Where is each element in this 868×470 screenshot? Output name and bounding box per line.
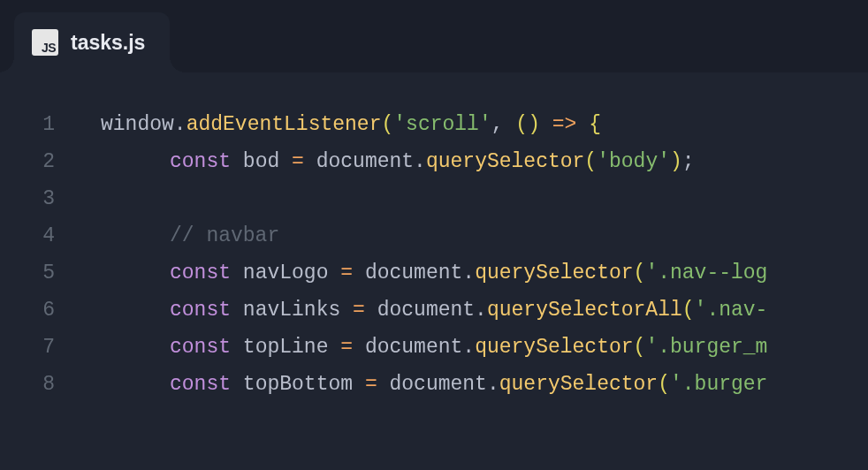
token-space [231, 150, 243, 173]
token-punct: . [462, 336, 475, 359]
token-variable: bod [243, 150, 279, 173]
code-line: const navLogo = document.querySelector('… [101, 254, 868, 292]
token-space [504, 113, 516, 136]
line-number: 7 [42, 329, 55, 366]
file-tab[interactable]: JS tasks.js [14, 12, 170, 72]
token-keyword: const [170, 150, 231, 173]
token-function: querySelector [475, 262, 633, 284]
token-space [231, 299, 243, 322]
token-string: '.burger [670, 373, 767, 396]
token-punct: ; [682, 150, 695, 173]
token-space [328, 262, 340, 284]
token-keyword: const [170, 262, 231, 284]
token-function: querySelectorAll [487, 299, 682, 322]
code-editor: JS tasks.js 1 2 3 4 5 6 7 8 window.addEv… [0, 0, 868, 470]
token-function: querySelector [426, 150, 584, 173]
token-paren: ( [682, 299, 695, 322]
token-paren: ( [658, 373, 670, 396]
token-punct: . [475, 299, 487, 322]
tab-bar: JS tasks.js [0, 0, 868, 72]
line-number: 4 [42, 217, 55, 254]
token-punct: . [487, 373, 499, 396]
token-object: document [390, 373, 487, 396]
token-space [279, 150, 292, 173]
token-space [328, 336, 340, 359]
token-paren: ( [381, 113, 393, 136]
token-space [365, 299, 377, 322]
token-operator: = [292, 150, 304, 173]
token-space [231, 336, 243, 359]
token-variable: topBottom [243, 373, 353, 396]
token-string: '.burger_m [645, 336, 767, 359]
token-operator: = [365, 373, 377, 396]
token-space [231, 262, 243, 284]
token-punct: . [462, 262, 475, 284]
token-variable: navLogo [243, 262, 329, 284]
token-keyword: const [170, 299, 231, 322]
code-line: // navbar [101, 217, 868, 254]
token-function: addEventListener [187, 113, 382, 136]
token-punct: . [414, 150, 426, 173]
code-line: const topLine = document.querySelector('… [101, 329, 868, 366]
token-string: '.nav--log [645, 262, 767, 284]
line-number: 5 [42, 254, 55, 292]
code-line: const navLinks = document.querySelectorA… [101, 292, 868, 329]
token-space [353, 262, 365, 284]
token-space [353, 373, 365, 396]
token-keyword: const [170, 336, 231, 359]
token-paren: ( [634, 262, 646, 284]
token-string: 'body' [597, 150, 670, 173]
token-string: 'scroll' [393, 113, 491, 136]
token-object: document [316, 150, 414, 173]
line-number: 2 [42, 143, 55, 180]
code-line: const topBottom = document.querySelector… [101, 366, 868, 403]
token-keyword: const [170, 373, 231, 396]
js-file-icon: JS [32, 29, 58, 56]
token-brace: { [589, 113, 601, 136]
code-line: const bod = document.querySelector('body… [101, 143, 868, 180]
token-space [353, 336, 365, 359]
token-space [231, 373, 243, 396]
token-punct: . [174, 113, 187, 136]
token-paren: ( [634, 336, 646, 359]
token-operator: => [552, 113, 577, 136]
code-area[interactable]: 1 2 3 4 5 6 7 8 window.addEventListener(… [0, 72, 868, 470]
token-comment: // navbar [170, 224, 279, 247]
token-variable: topLine [243, 336, 329, 359]
token-object: document [365, 262, 462, 284]
line-number: 6 [42, 292, 55, 329]
line-number: 8 [42, 366, 55, 403]
token-object: document [377, 299, 475, 322]
token-operator: = [340, 262, 353, 284]
token-paren: ( [584, 150, 597, 173]
token-space [540, 113, 552, 136]
token-paren: ( [515, 113, 528, 136]
token-paren: ) [670, 150, 682, 173]
code-line: window.addEventListener('scroll', () => … [101, 106, 868, 143]
token-function: querySelector [475, 336, 633, 359]
token-space [576, 113, 589, 136]
token-punct: , [491, 113, 504, 136]
token-space [304, 150, 316, 173]
token-object: window [101, 113, 174, 136]
token-operator: = [340, 336, 353, 359]
line-number: 3 [42, 180, 55, 217]
token-variable: navLinks [243, 299, 340, 322]
token-function: querySelector [499, 373, 658, 396]
token-object: document [365, 336, 462, 359]
line-number: 1 [42, 106, 55, 143]
token-paren: ) [528, 113, 540, 136]
token-space [377, 373, 390, 396]
code-line-blank [101, 180, 868, 217]
token-operator: = [353, 299, 365, 322]
token-space [340, 299, 353, 322]
line-number-gutter: 1 2 3 4 5 6 7 8 [0, 106, 81, 470]
token-string: '.nav- [695, 299, 768, 322]
tab-filename: tasks.js [71, 31, 145, 55]
code-content[interactable]: window.addEventListener('scroll', () => … [81, 106, 868, 470]
